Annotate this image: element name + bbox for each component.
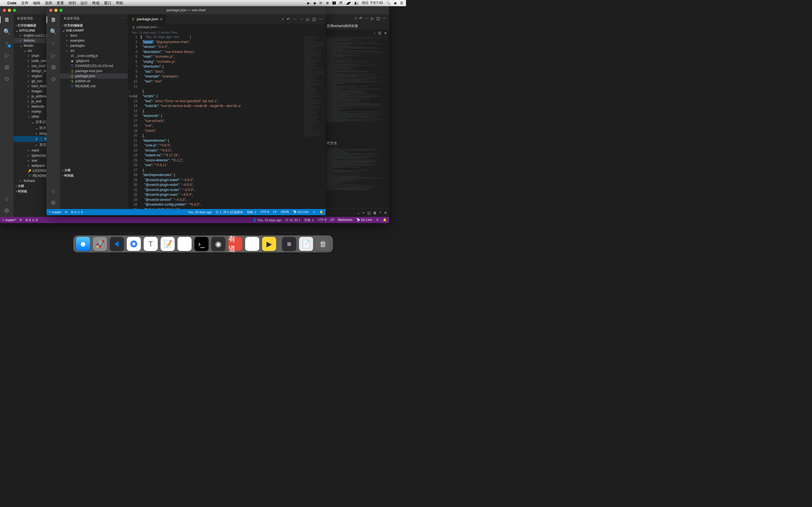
datetime[interactable]: 周日 下午7:43 [362,1,383,5]
eol[interactable]: LF [331,218,334,222]
spaces[interactable]: 空格: 2 [247,210,256,214]
tree-item-publish.sh[interactable]: $publish.sh [60,78,128,83]
dock-finder[interactable]: ☻ [76,237,90,251]
dock-chrome[interactable] [127,237,141,251]
search-icon[interactable]: 🔍 [50,28,57,35]
more-icon[interactable]: ⋯ [319,17,323,21]
minimize-icon[interactable] [54,9,57,12]
dock-vscode[interactable] [110,237,124,251]
branch[interactable]: ⑂ master [49,210,61,214]
menu-window[interactable]: 窗口 [104,1,111,6]
close-icon[interactable]: ✕ [384,31,387,35]
dock-launchpad[interactable]: 🚀 [93,237,107,251]
obs-tray-icon[interactable]: ◉ [313,1,316,5]
split-icon[interactable]: ◫ [312,17,316,21]
tree-item-docs[interactable]: ›docs [60,33,128,38]
more-icon[interactable]: ⋯ [365,16,369,20]
titlebar[interactable]: package.json — vue-chart [47,6,326,14]
split-icon[interactable]: ◫ [376,16,380,20]
app-name[interactable]: Code [7,1,17,5]
dock-terminal[interactable]: ›_ [195,237,209,251]
more2-icon[interactable]: ⋯ [382,16,386,20]
lang[interactable]: Markdown [338,218,352,222]
blame[interactable]: 👤 You, 10 days ago [253,218,282,222]
code-editor[interactable]: 1234567891011▹ Debug12131415161718192021… [128,35,326,209]
scm-icon[interactable]: ⑂1 [3,40,10,47]
tree-item-CHANGELOG.zh-CN.md[interactable]: ⓘCHANGELOG.zh-CN.md [60,63,128,68]
debug-icon[interactable]: ▷ [50,52,57,59]
tab-package-json[interactable]: {} package.json × [128,14,166,24]
undo-icon[interactable]: ↶ [287,17,290,21]
errors[interactable]: ⊘ 0 ⚠ 0 [71,210,83,214]
menu-view[interactable]: 查看 [57,1,64,6]
tree-item-src[interactable]: ›src [60,48,128,53]
chevron-down-icon[interactable]: ⌄ [357,211,360,215]
encoding[interactable]: UTF-8 [318,218,326,222]
remote-icon[interactable]: ⊙ [3,75,10,82]
next-icon[interactable]: → [300,17,304,21]
up-icon[interactable]: ↑ [373,31,375,35]
encoding[interactable]: UTF-8 [260,210,269,214]
run-icon[interactable]: ▷ [306,17,310,21]
tree-item-package.json[interactable]: {}package.json [60,73,128,78]
dock-preview[interactable]: 🖼 [177,237,192,251]
sync-icon[interactable]: ⟳ [319,1,322,5]
outline-section[interactable]: › 大纲 [60,168,128,173]
dock-stickies[interactable]: 🗒 [245,237,259,251]
menu-run[interactable]: 运行 [80,1,88,6]
feedback-icon[interactable]: ☺ [376,218,379,222]
linecol[interactable]: 行 1, 列 2 (已选择9) [216,210,243,214]
sync[interactable]: ⟳ [19,218,22,222]
dock-youdao[interactable]: 有道 [229,237,243,251]
menu-edit[interactable]: 编辑 [33,1,40,6]
gear-icon[interactable]: ⚙ [50,200,57,206]
timeline-section[interactable]: › 时间线 [60,173,128,178]
close-icon[interactable] [49,9,52,12]
more-icon[interactable]: ⋯ [121,16,124,20]
explorer-icon[interactable]: 🗎 [47,16,60,23]
tree-item-README.md[interactable]: ⓘREADME.md [60,83,128,89]
run-icon[interactable]: ▷ [371,16,374,20]
siri-icon[interactable]: ◉ [394,1,397,5]
tree-item-package-lock.json[interactable]: {}package-lock.json [60,68,128,73]
zoom-icon[interactable] [13,9,16,12]
undo-icon[interactable]: ↶ [359,16,363,20]
bell-icon[interactable]: 🔔 [383,218,387,222]
zoom-icon[interactable] [59,9,63,12]
list-icon[interactable]: ☰ [378,31,381,35]
control-center-icon[interactable]: ☰ [400,1,403,5]
gear-icon[interactable]: ⚙ [3,207,10,214]
dock-doc1[interactable]: ≡ [282,237,296,251]
git-compare-icon[interactable]: ⑂ [355,16,357,20]
linecol[interactable]: 行 16, 列 1 [285,218,300,222]
eol[interactable]: LF [273,210,277,214]
open-editors-section[interactable]: › 打开的编辑器 [60,23,128,28]
blame[interactable]: 👤 You, 20 days ago [183,210,212,214]
menu-terminal[interactable]: 终端 [92,1,100,6]
dock-textedit[interactable]: T [144,237,158,251]
dock-trash[interactable]: 🗑 [316,237,330,251]
split-icon[interactable]: ◫ [367,211,370,215]
menu-goto[interactable]: 转到 [68,1,76,6]
input-icon[interactable]: 拼 [339,1,343,5]
tree-item-examples[interactable]: ›examples [60,38,128,43]
display-icon[interactable]: 🖥 [326,1,329,5]
trash-icon[interactable]: 🗑 [373,211,377,215]
close-icon[interactable]: ✕ [384,211,387,215]
dock-notes[interactable]: 📝 [161,237,175,251]
breadcrumb[interactable]: {} package.json › … [128,24,326,30]
git-compare-icon[interactable]: ⑂ [282,17,284,21]
dock-player[interactable]: ▶ [262,237,276,251]
branch[interactable]: ⑂ master* [2,218,16,222]
golive[interactable]: 📡 Go Live [293,210,308,214]
battery-icon[interactable]: ▮▯ [354,1,358,5]
tree-item-_1vue.config.js[interactable]: JS_1vue.config.js [60,53,128,58]
remote-icon[interactable]: ⊙ [50,75,57,82]
menu-file[interactable]: 文件 [21,1,29,6]
feedback-icon[interactable]: ☺ [312,210,315,214]
prev-icon[interactable]: ← [293,17,297,21]
minimize-icon[interactable] [8,9,11,12]
explorer-icon[interactable]: 🗎 [0,16,13,23]
plus-icon[interactable]: + [363,211,364,215]
minimap[interactable] [303,35,326,209]
